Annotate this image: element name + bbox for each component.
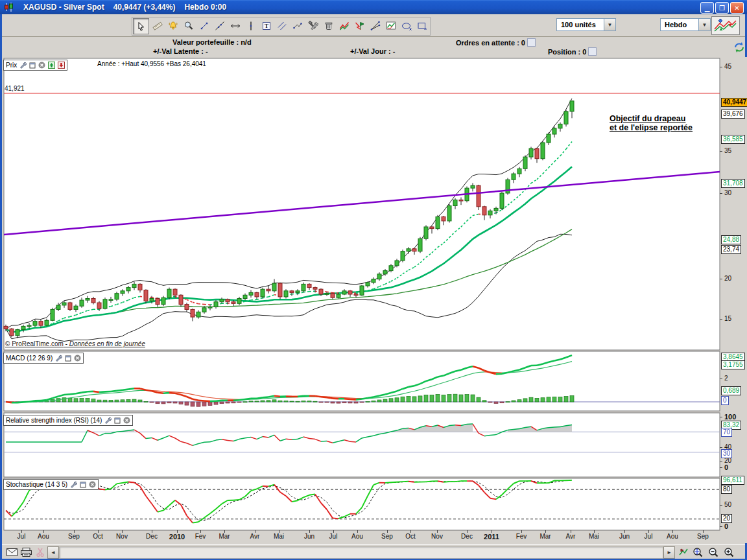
- month-label: Oct: [93, 533, 103, 540]
- macd-value-box: 0: [721, 396, 729, 405]
- month-label: Jul: [329, 533, 338, 540]
- price-value-box: 40,9447: [721, 98, 747, 107]
- rsi-panel-header: Relative strength index (RSI) (14): [3, 415, 133, 426]
- price-value-box: 24,88: [721, 235, 741, 244]
- month-label: Nov: [116, 533, 128, 540]
- buy-arrow-icon[interactable]: [48, 62, 55, 69]
- month-label: Jul: [18, 533, 26, 540]
- sell-arrow-icon[interactable]: [58, 62, 65, 69]
- month-label: Jul: [645, 533, 653, 540]
- price-value-box: 23,74: [721, 245, 741, 254]
- month-label: Mai: [274, 533, 284, 540]
- chart-annotation[interactable]: Objectif du drapeau et de l'elipse repor…: [610, 114, 693, 132]
- price-tick-label: 20: [724, 275, 731, 282]
- copyright-note: © ProRealTime.com - Données en fin de jo…: [5, 340, 145, 347]
- price-year-stats: Année : +Haut 40,9556 +Bas 26,4041: [97, 60, 206, 67]
- macd-tick: [720, 379, 722, 379]
- price-value-box: 31,708: [721, 179, 745, 188]
- month-label: Aou: [38, 533, 49, 540]
- month-label: 2011: [484, 533, 499, 541]
- window-icon[interactable]: [80, 482, 86, 488]
- sync-icon[interactable]: [733, 41, 745, 56]
- wrench-icon[interactable]: [19, 62, 27, 69]
- month-label: Avr: [250, 533, 260, 540]
- month-label: Dec: [146, 533, 158, 540]
- price-panel-title: Prix: [6, 62, 17, 69]
- price-tick: [720, 279, 722, 279]
- chart-canvas[interactable]: [2, 0, 747, 560]
- month-label: Mar: [219, 533, 230, 540]
- stoch-value-box: 96,611: [721, 476, 744, 485]
- month-label: 2010: [169, 533, 185, 541]
- application-window: XAGUSD - Silver Spot 40,9447 (+3,44%) He…: [0, 0, 747, 560]
- stoch-value-box: 20: [721, 514, 732, 523]
- close-icon[interactable]: [123, 417, 130, 424]
- window-icon[interactable]: [65, 355, 71, 362]
- month-label: Dec: [461, 533, 473, 540]
- close-icon[interactable]: [74, 355, 81, 362]
- close-icon[interactable]: [89, 481, 96, 488]
- month-label: Sep: [68, 533, 80, 540]
- price-tick-label: 30: [724, 189, 731, 196]
- price-tick-label: 15: [724, 315, 731, 322]
- rsi-tick: [720, 461, 722, 461]
- rsi-panel-title: Relative strength index (RSI) (14): [6, 417, 102, 424]
- stoch-tick-label: 50: [724, 501, 731, 508]
- month-label: Fev: [516, 533, 527, 540]
- month-label: Fev: [195, 533, 206, 540]
- month-label: Mar: [540, 533, 551, 540]
- alert-level-label: 41,921: [5, 85, 25, 92]
- price-tick: [720, 319, 722, 320]
- rsi-tick: [720, 447, 722, 448]
- rsi-value-box: 70: [721, 428, 732, 437]
- month-label: Jun: [304, 533, 314, 540]
- price-value-box: 39,676: [721, 110, 745, 119]
- macd-value-box: 3,1755: [721, 360, 745, 369]
- price-tick: [720, 193, 722, 194]
- macd-panel-header: MACD (12 26 9): [3, 353, 84, 364]
- price-tick: [720, 151, 722, 152]
- window-icon[interactable]: [29, 62, 36, 69]
- wrench-icon[interactable]: [104, 417, 112, 424]
- rsi-tick-label: 100: [724, 413, 736, 421]
- price-panel-header: Prix: [3, 60, 67, 71]
- price-value-box: 36,585: [721, 135, 745, 144]
- stoch-tick-label: 0: [724, 522, 728, 530]
- rsi-tick-label: 0: [724, 463, 728, 471]
- month-label: Sep: [697, 533, 709, 540]
- price-tick: [720, 67, 722, 67]
- month-label: Aou: [667, 533, 678, 540]
- rsi-tick: [720, 417, 722, 417]
- stoch-value-box: 80: [721, 485, 732, 494]
- macd-tick-label: 2: [724, 375, 728, 382]
- month-label: Avr: [566, 533, 576, 540]
- close-icon[interactable]: [38, 62, 45, 69]
- stoch-panel-title: Stochastique (14 3 5): [6, 481, 67, 488]
- month-label: Oct: [405, 533, 416, 540]
- stoch-panel-header: Stochastique (14 3 5): [3, 479, 99, 490]
- macd-panel-title: MACD (12 26 9): [6, 355, 53, 362]
- rsi-value-box: 30: [721, 449, 732, 458]
- window-icon[interactable]: [114, 417, 121, 424]
- price-tick-label: 35: [724, 147, 731, 154]
- wrench-icon[interactable]: [70, 481, 77, 488]
- month-label: Jun: [619, 533, 630, 540]
- wrench-icon[interactable]: [55, 355, 62, 362]
- stoch-tick: [720, 505, 722, 506]
- rsi-tick: [720, 467, 722, 468]
- stoch-tick: [720, 526, 722, 527]
- month-label: Nov: [431, 533, 443, 540]
- price-tick-label: 45: [724, 63, 731, 70]
- month-label: Mai: [589, 533, 599, 540]
- macd-value-box: 0,689: [721, 386, 741, 395]
- month-label: Aou: [351, 533, 363, 540]
- month-label: Sep: [381, 533, 393, 540]
